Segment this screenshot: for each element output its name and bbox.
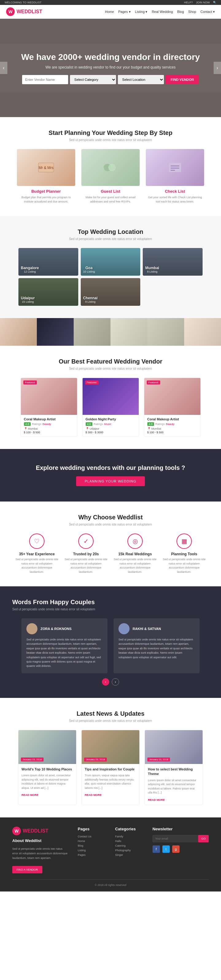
testimonial-next-btn[interactable]: › (112, 678, 119, 686)
photo-strip-5 (147, 318, 184, 346)
footer-link-listing[interactable]: Listing (78, 849, 106, 852)
vendor-3-category: Beauty (166, 423, 175, 426)
location-select[interactable]: Select Location (118, 75, 164, 84)
footer-cat-halls[interactable]: Halls (115, 840, 143, 843)
newsletter-submit-button[interactable]: GO (198, 835, 209, 842)
vendor-1-rating: 4.8 (24, 422, 31, 426)
footer-link-contact[interactable]: Contact Us (78, 835, 106, 838)
location-goa-bg: Goa 10 Listing (81, 248, 140, 276)
nav-pages[interactable]: Pages ▾ (118, 10, 131, 14)
why-item-trusted: ✓ Trusted by 20s Sed ut perspiciatis und… (65, 533, 107, 574)
testimonials-section: Words From Happy Couples Sed ut perspici… (0, 586, 221, 698)
news-cards-container: January 23, 2018 World's Top 10 Wedding … (12, 730, 209, 805)
location-chennai-label: Chennai (83, 296, 98, 300)
location-chennai[interactable]: Chennai 9 Listing (81, 278, 140, 306)
news-2-title: Tips and Inspiration for Couple (85, 767, 136, 772)
why-title-trusted: Trusted by 20s (65, 552, 107, 556)
search-icon[interactable]: 🔍 (213, 1, 216, 4)
nav-contact[interactable]: Contact ▾ (200, 10, 215, 14)
guest-list-title: Guest List (81, 189, 140, 194)
nav-listing[interactable]: Listing ▾ (135, 10, 148, 14)
footer-cat-photography[interactable]: Photography (115, 849, 143, 852)
join-now-link[interactable]: JOIN NOW (196, 1, 210, 4)
location-mumbai[interactable]: Mumbai 8 Listing (143, 248, 203, 276)
hero-prev-arrow[interactable]: ‹ (0, 62, 7, 74)
nav-shop[interactable]: Shop (188, 10, 196, 14)
location-section: Top Wedding Location Sed ut perspiciatis… (0, 216, 221, 318)
planning-button[interactable]: PLANNING YOUR WEDDING (76, 476, 145, 486)
twitter-icon[interactable]: t (163, 845, 170, 853)
category-select[interactable]: Select Category (70, 75, 116, 84)
testimonial-2-name-block: RAKHI & SATVAN (133, 627, 161, 631)
vendor-name-input[interactable] (22, 75, 68, 84)
photo-strip-6 (184, 318, 221, 346)
vendor-2-image: Featured (82, 378, 139, 415)
nav-real-wedding[interactable]: Real Wedding (152, 10, 173, 14)
vendor-card-3[interactable]: Featured Coral Makeup Artist 4.8 Ratings… (144, 378, 201, 437)
facebook-icon[interactable]: f (153, 845, 160, 853)
location-bangalore[interactable]: Bangalore 12 Listing (18, 248, 78, 276)
newsletter-email-input[interactable] (153, 835, 198, 842)
location-udaipur[interactable]: Udaipur 15 Listing (18, 278, 78, 306)
news-title: Latest News & Updates (12, 710, 209, 717)
location-subtitle: Sed ut perspiciatis unde omnis iste natu… (12, 237, 209, 240)
cta-text: Explore wedding vendors with our plannin… (12, 465, 209, 471)
photo-strip (0, 318, 221, 346)
news-3-read-more[interactable]: READ MORE (148, 799, 165, 802)
footer-pages-title: Pages (78, 827, 106, 831)
location-goa[interactable]: Goa 10 Listing (81, 248, 140, 276)
vendor-cards-container: Featured Coral Makeup Artist 4.8 Ratings… (12, 378, 209, 437)
vendor-2-info: Golden Night Party 4.6 Ratings Music 📍 U… (82, 415, 139, 436)
location-bangalore-label: Bangalore (21, 266, 39, 270)
footer-cat-singer[interactable]: Singer (115, 853, 143, 856)
footer-cat-catering[interactable]: Catering (115, 844, 143, 847)
footer-newsletter-title: Newsletter (153, 827, 209, 831)
nav-home[interactable]: Home (105, 10, 114, 14)
footer-cat-family[interactable]: Family (115, 835, 143, 838)
why-title-experience: 35+ Year Experience (15, 552, 58, 556)
why-icon-tools: ▦ (177, 533, 192, 549)
news-1-title: World's Top 10 Wedding Places (22, 767, 73, 772)
news-card-1: January 23, 2018 World's Top 10 Wedding … (18, 730, 76, 805)
check-list-text: Get your sorted life with Check List pla… (146, 196, 204, 204)
testimonial-1-author: ZORA & ROKNONS (27, 623, 103, 634)
footer-about-text: Sed ut perspiciatis unde omnis iste natu… (12, 846, 68, 861)
social-icons: f t g (153, 845, 209, 853)
budget-planner-text: Budget plan that permits you program to … (17, 196, 75, 204)
news-1-read-more[interactable]: READ MORE (22, 794, 38, 797)
news-3-date: January 23, 2018 (147, 757, 170, 762)
news-3-info: How to select best Wedding Theme Lorem i… (145, 764, 203, 805)
location-bangalore-bg: Bangalore 12 Listing (18, 248, 78, 276)
footer-link-home[interactable]: Home (78, 840, 106, 843)
help-link[interactable]: HELP? (184, 1, 193, 4)
logo[interactable]: W WEDDLIST (6, 7, 43, 16)
vendor-1-rating-text: Ratings (32, 423, 41, 426)
testimonial-2-text: Sed ut perspiciatis unde omnis iste natu… (118, 637, 194, 659)
testimonial-prev-btn[interactable]: ‹ (102, 678, 109, 686)
footer-pages: Pages Contact Us Home Blog Listing Pages (78, 827, 106, 874)
news-2-image: January 23, 2018 (82, 730, 139, 764)
footer-link-blog[interactable]: Blog (78, 844, 106, 847)
google-icon[interactable]: g (172, 845, 180, 853)
why-text-weddings: Sed ut perspiciatis unde omnis iste natu… (114, 557, 156, 574)
news-3-title: How to select best Wedding Theme (148, 767, 199, 776)
footer-find-vendor-button[interactable]: FIND A VENDOR (12, 866, 43, 873)
why-section: Why Choose Weddlist Sed ut perspiciatis … (0, 501, 221, 586)
nav-blog[interactable]: Blog (177, 10, 184, 14)
footer-newsletter: Newsletter GO f t g (153, 827, 209, 874)
news-2-info: Tips and Inspiration for Couple Trum ops… (82, 764, 139, 800)
vendor-card-2[interactable]: Featured Golden Night Party 4.6 Ratings … (82, 378, 139, 437)
vendor-card-1[interactable]: Featured Coral Makeup Artist 4.8 Ratings… (21, 378, 77, 437)
why-subtitle: Sed ut perspiciatis unde omnis iste natu… (12, 523, 209, 526)
vendor-1-category: Beauty (43, 423, 51, 426)
footer-link-pages[interactable]: Pages (78, 853, 106, 856)
location-chennai-count: 9 Listing (83, 300, 98, 303)
location-chennai-bg: Chennai 9 Listing (81, 278, 140, 306)
vendor-1-price: $ 100 - $ 500 (24, 431, 74, 434)
location-mumbai-count: 8 Listing (145, 270, 159, 273)
why-icon-weddings: ◎ (127, 533, 143, 549)
news-2-read-more[interactable]: READ MORE (85, 794, 102, 797)
find-vendor-button[interactable]: FIND VENDOR (166, 75, 199, 84)
location-title: Top Wedding Location (12, 228, 209, 235)
hero-next-arrow[interactable]: › (214, 62, 221, 74)
